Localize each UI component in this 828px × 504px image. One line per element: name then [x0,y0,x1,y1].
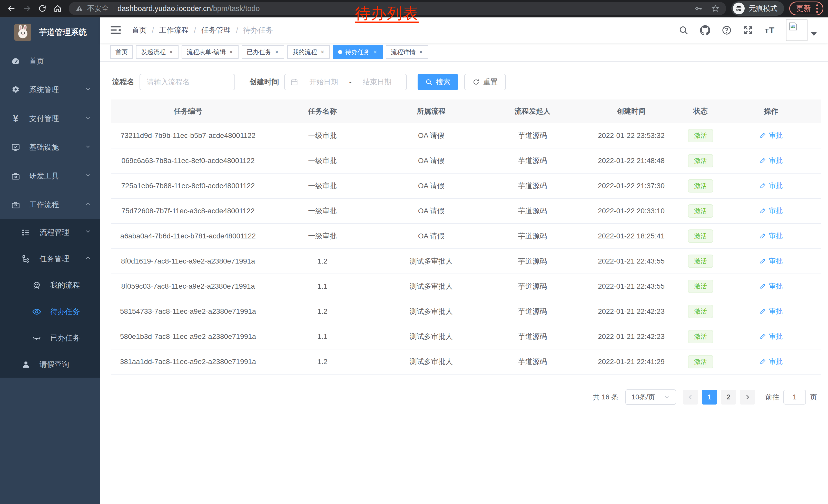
close-icon[interactable]: × [419,48,423,56]
prev-page-button[interactable] [683,390,698,405]
sidebar-collapse-button[interactable] [110,26,121,35]
approve-link[interactable]: 审批 [759,231,783,240]
top-navbar: 首页 / 工作流程 / 任务管理 / 待办任务 ᴛT [100,17,828,43]
tab-process-form-edit[interactable]: 流程表单-编辑× [181,45,239,59]
eye-icon [32,307,42,317]
key-icon[interactable] [694,4,703,12]
sidebar-item-process-management[interactable]: 流程管理 [0,219,100,245]
user-icon [21,360,31,369]
robot-icon [32,280,42,290]
sidebar-item-workflow[interactable]: 工作流程 [0,190,100,219]
chevron-down-icon [85,114,91,123]
search-button[interactable]: 搜索 [418,74,458,90]
reset-button[interactable]: 重置 [464,74,506,90]
security-warning-icon [75,5,83,12]
page-button-1[interactable]: 1 [702,390,717,405]
incognito-icon [733,3,745,14]
tab-start-process[interactable]: 发起流程× [136,45,178,59]
browser-reload-button[interactable] [35,2,49,15]
eye-closed-icon [32,333,42,343]
user-avatar-menu[interactable] [786,19,817,41]
browser-update-button[interactable]: 更新 [789,2,823,15]
help-icon[interactable] [721,25,732,35]
status-badge: 激活 [688,255,713,268]
col-task-id: 任务编号 [111,99,265,123]
approve-link[interactable]: 审批 [759,332,783,341]
navbar-actions: ᴛT [678,19,817,41]
close-icon[interactable]: × [373,48,378,56]
tab-my-process[interactable]: 我的流程× [287,45,330,59]
browser-home-button[interactable] [51,2,65,15]
next-page-button[interactable] [740,390,755,405]
close-icon[interactable]: × [169,48,173,56]
chevron-down-icon [85,143,91,152]
breadcrumb-workflow[interactable]: 工作流程 [159,25,189,35]
github-icon[interactable] [700,25,710,35]
breadcrumb-home[interactable]: 首页 [132,25,147,35]
search-icon[interactable] [678,25,689,35]
breadcrumb: 首页 / 工作流程 / 任务管理 / 待办任务 [132,25,273,35]
process-name-input[interactable] [139,74,235,90]
approve-link[interactable]: 审批 [759,307,783,316]
tab-done-tasks[interactable]: 已办任务× [242,45,284,59]
todo-task-table: 任务编号 任务名称 所属流程 流程发起人 创建时间 状态 操作 73211d9d… [111,99,821,374]
browser-forward-button[interactable] [20,2,34,15]
sidebar-item-todo-tasks[interactable]: 待办任务 [0,299,100,325]
browser-back-button[interactable] [5,2,18,15]
sidebar-item-infrastructure[interactable]: 基础设施 [0,133,100,162]
table-row: 069c6a63-7b8a-11ec-8ef0-acde48001122一级审批… [111,148,821,173]
status-badge: 激活 [688,154,713,168]
chevron-down-icon[interactable] [811,32,817,36]
sidebar-item-dev-tools[interactable]: 研发工具 [0,162,100,190]
tab-home[interactable]: 首页 [110,45,133,59]
approve-link[interactable]: 审批 [759,357,783,366]
avatar-broken-image-icon[interactable] [786,19,808,41]
table-row: a6aba0a4-7b6d-11ec-b781-acde48001122一级审批… [111,224,821,249]
gear-icon [11,85,20,95]
sidebar-item-leave-query[interactable]: 请假查询 [0,351,100,378]
status-badge: 激活 [688,330,713,343]
start-date-placeholder[interactable]: 开始日期 [300,77,347,87]
close-icon[interactable]: × [229,48,234,56]
page-button-2[interactable]: 2 [721,390,736,405]
approve-link[interactable]: 审批 [759,281,783,291]
font-size-icon[interactable]: ᴛT [764,26,775,35]
page-size-select[interactable]: 10条/页 [625,390,676,405]
table-row: 58154733-7ac8-11ec-a9e2-a2380e71991a1.2测… [111,299,821,324]
breadcrumb-task-management[interactable]: 任务管理 [201,25,231,35]
sidebar-item-payment[interactable]: ¥ 支付管理 [0,104,100,133]
approve-link[interactable]: 审批 [759,156,783,165]
tab-process-detail[interactable]: 流程详情× [386,45,428,59]
sidebar-item-my-process[interactable]: 我的流程 [0,272,100,299]
app-logo[interactable]: 芋道管理系统 [0,17,100,47]
close-icon[interactable]: × [275,48,279,56]
approve-link[interactable]: 审批 [759,256,783,266]
tab-todo-tasks[interactable]: 待办任务× [333,45,383,59]
status-badge: 激活 [688,129,713,142]
sidebar-item-system[interactable]: 系统管理 [0,76,100,104]
sidebar-item-task-management[interactable]: 任务管理 [0,245,100,272]
toolbox-icon [11,171,20,181]
bookmark-star-icon[interactable] [711,4,719,12]
col-process: 所属流程 [380,99,483,123]
approve-link[interactable]: 审批 [759,181,783,190]
approve-link[interactable]: 审批 [759,131,783,140]
filter-bar: 流程名 创建时间 开始日期 - 结束日期 搜索 重置 [112,74,817,90]
incognito-label: 无痕模式 [749,4,778,13]
fullscreen-icon[interactable] [743,25,753,35]
table-row: 8f0d1619-7ac8-11ec-a9e2-a2380e71991a1.2测… [111,249,821,274]
end-date-placeholder[interactable]: 结束日期 [354,77,401,87]
chevron-down-icon [664,394,670,400]
dashboard-icon [11,56,20,66]
sidebar-item-home[interactable]: 首页 [0,47,100,76]
col-task-name: 任务名称 [265,99,380,123]
date-range-picker[interactable]: 开始日期 - 结束日期 [284,74,407,90]
table-row: 8f059c03-7ac8-11ec-a9e2-a2380e71991a1.1测… [111,274,821,299]
sidebar-item-done-tasks[interactable]: 已办任务 [0,325,100,351]
approve-link[interactable]: 审批 [759,206,783,215]
goto-suffix: 页 [810,393,817,402]
browser-menu-icon[interactable] [816,4,818,13]
goto-page-input[interactable] [783,390,806,405]
close-icon[interactable]: × [320,48,325,56]
logo-image [14,24,31,41]
